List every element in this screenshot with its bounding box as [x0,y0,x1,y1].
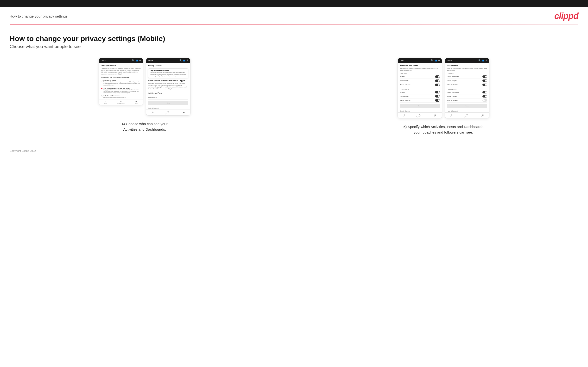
nav4-home[interactable]: ⌂ Home [450,114,453,117]
label-followers-drills: Practice Drills [400,96,409,97]
chart-icon-4: ✎ [466,114,468,116]
toggle4-followers-roundinsights: Round Insights [447,94,487,99]
label-coaches-rounds: Rounds [400,76,405,77]
nav3-home[interactable]: ⌂ Home [403,114,406,117]
screen2-help: Help & Support [148,106,188,109]
screen-1: ‹ Back 🔍 👥 ⚙ Privacy Controls Control ho… [99,58,143,105]
nav2-home[interactable]: ⌂ Home [152,111,154,115]
menu-icon: ☰ [135,100,137,103]
screen3-back[interactable]: ‹ Back [400,59,405,61]
top-bar [0,0,588,7]
toggle4-followers-whattowork-switch[interactable] [482,99,487,102]
menu-dashboards[interactable]: Dashboards › [148,95,188,100]
footer: Copyright Clippd 2022 [0,142,588,157]
nav3-performance-label: My Performance [416,116,423,117]
radio-option-youcoach[interactable]: Only You and Your Coach Only you and the… [101,94,141,99]
radio-everyone-label: Everyone on Clippd [104,80,141,81]
radio-option-approved[interactable]: Only Approved Followers and Your Coach O… [101,87,141,95]
screen3-coaches-label: COACHES [400,73,440,74]
menu-activities[interactable]: Activities and Posts › [148,91,188,95]
toggle-coaches-drills-switch[interactable] [435,80,440,82]
nav-home-label: Home [104,103,107,104]
settings-icon-2[interactable]: ⚙ [187,59,188,61]
nav4-performance-label: My Performance [464,116,471,117]
search-icon-3[interactable]: 🔍 [431,59,433,61]
label4-followers-playerdash: Player Dashboard [447,92,459,93]
toggle4-followers-roundinsights-switch[interactable] [482,95,487,98]
toggle-followers-rounds-switch[interactable] [435,91,440,93]
nav4-performance[interactable]: ✎ My Performance [464,114,471,117]
nav3-menu-label: Menu [434,116,436,117]
screen1-title: Privacy Controls [101,65,141,67]
screen1-body: Privacy Controls Control how you and you… [99,63,143,99]
home-icon-2: ⌂ [152,111,153,113]
screen2-show-title: Show or hide specific features in Clippd [148,80,188,82]
toggle-followers-manual: Manual Activities [400,99,440,103]
toggle4-coaches-roundinsights-switch[interactable] [482,80,487,82]
toggle-coaches-drills: Practice Drills [400,79,440,83]
toggle4-coaches-whattowork-switch[interactable] [482,83,487,86]
toggle4-coaches-playerdash-switch[interactable] [482,75,487,78]
toggle4-followers-playerdash-switch[interactable] [482,91,487,93]
menu-icon-4: ☰ [482,114,484,116]
radio-youcoach-label: Only You and Your Coach [104,95,126,97]
save-button-2[interactable]: Save [148,101,188,105]
radio-approved[interactable] [101,88,103,89]
screen2-icons: 🔍 👥 ⚙ [179,59,188,61]
toggle-coaches-manual-switch[interactable] [435,83,440,86]
settings-icon[interactable]: ⚙ [139,59,141,61]
nav-menu[interactable]: ☰ Menu [135,100,138,104]
main-content: How to change your privacy settings (Mob… [0,25,588,142]
label4-followers-whattowork: What To Work On [447,100,458,101]
label-followers-manual: Manual Activities [400,100,411,101]
settings-icon-3[interactable]: ⚙ [438,59,440,61]
save-button-4[interactable]: Save [447,104,487,108]
nav2-performance[interactable]: ✎ My Performance [165,111,172,115]
radio-everyone-text: Everyone on Clippd can search for you an… [104,81,141,86]
menu-dashboards-label: Dashboards [148,97,156,98]
search-icon-4[interactable]: 🔍 [478,59,481,61]
menu-icon-3: ☰ [434,114,436,116]
screen4-title: Dashboards [447,65,487,67]
screen2-show-text: Regardless of the privacy controls that … [148,83,188,90]
screen4-back[interactable]: ‹ Back [447,59,452,61]
toggle-followers-manual-switch[interactable] [435,99,440,102]
header-title: How to change your privacy settings [10,14,68,18]
nav3-menu[interactable]: ☰ Menu [434,114,436,117]
save-button-3[interactable]: Save [400,104,440,108]
toggle-coaches-rounds-switch[interactable] [435,75,440,78]
screen4-coaches-label: COACHES [447,73,487,74]
radio-option-everyone[interactable]: Everyone on Clippd Everyone on Clippd ca… [101,79,141,87]
search-icon-2[interactable]: 🔍 [179,59,182,61]
screenshot-group-left: ‹ Back 🔍 👥 ⚙ Privacy Controls Control ho… [10,58,280,132]
screen4-body: Dashboards Select the dashboards that yo… [445,63,489,112]
screen-4: ‹ Back 🔍 👥 ⚙ Dashboards Select the dashb… [445,58,489,118]
nav3-performance[interactable]: ✎ My Performance [416,114,423,117]
screen1-text: Control how you and your data appears to… [101,68,141,75]
screen2-back[interactable]: ‹ Back [148,59,153,61]
toggle4-coaches-playerdash: Player Dashboard [447,75,487,79]
toggle-coaches-rounds: Rounds [400,75,440,79]
screen2-popup: Only You and Your Coach Only you and the… [148,68,188,78]
radio-everyone[interactable] [101,80,103,81]
label-coaches-drills: Practice Drills [400,80,409,81]
chart-icon: ✎ [120,100,122,103]
nav2-home-label: Home [152,113,154,115]
toggle-followers-drills-switch[interactable] [435,95,440,98]
radio-approved-label: Only Approved Followers and Your Coach [104,87,141,89]
screen1-back[interactable]: ‹ Back [101,59,106,61]
nav4-menu[interactable]: ☰ Menu [482,114,484,117]
toggle4-coaches-whattowork: What To Work On [447,83,487,87]
nav3-home-label: Home [403,116,406,117]
toggle-followers-drills: Practice Drills [400,94,440,99]
screen3-body: Activities and Posts Select the types of… [398,63,442,112]
nav2-menu[interactable]: ☰ Menu [182,111,185,115]
settings-icon-4[interactable]: ⚙ [485,59,487,61]
nav-performance[interactable]: ✎ My Performance [117,100,124,104]
search-icon[interactable]: 🔍 [132,59,134,61]
nav-menu-label: Menu [135,103,138,104]
radio-youcoach[interactable] [101,95,103,97]
screen4-icons: 🔍 👥 ⚙ [478,59,487,61]
label4-followers-roundinsights: Round Insights [447,96,457,97]
nav-home[interactable]: ⌂ Home [104,100,107,104]
